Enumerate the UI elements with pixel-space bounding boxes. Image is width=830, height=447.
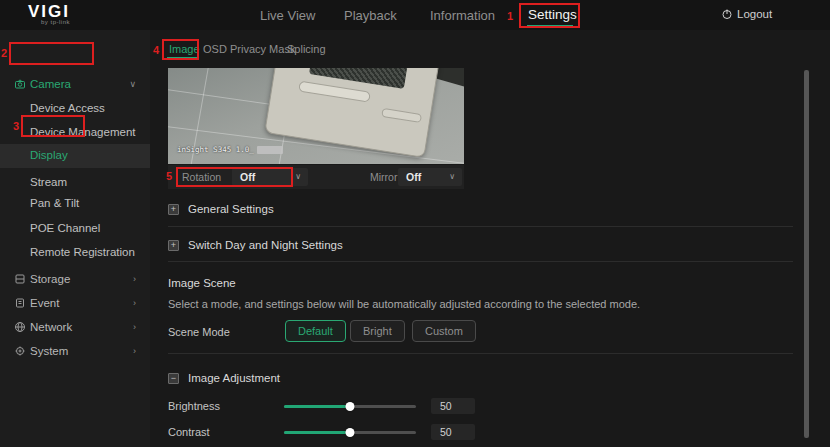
ceiling-ac-unit bbox=[264, 68, 442, 158]
sidebar-event-label: Event bbox=[30, 297, 59, 309]
scene-mode-default-button[interactable]: Default bbox=[285, 320, 346, 342]
expand-icon[interactable]: + bbox=[168, 240, 179, 251]
nav-live-view[interactable]: Live View bbox=[260, 8, 315, 23]
sidebar-item-event[interactable]: Event › bbox=[0, 292, 150, 314]
mirror-label: Mirror bbox=[370, 171, 397, 183]
storage-icon bbox=[14, 273, 26, 285]
camera-icon bbox=[14, 78, 26, 90]
image-scene-description: Select a mode, and settings below will b… bbox=[168, 298, 640, 310]
logout-button[interactable]: Logout bbox=[737, 8, 772, 20]
divider bbox=[168, 261, 793, 262]
slider-thumb[interactable] bbox=[346, 428, 355, 437]
sidebar-item-system[interactable]: System › bbox=[0, 340, 150, 362]
rotation-value: Off bbox=[240, 171, 255, 183]
main-content: Image OSD Privacy Mask Splicing inSight … bbox=[150, 30, 830, 447]
contrast-label: Contrast bbox=[168, 426, 210, 438]
collapse-icon[interactable]: − bbox=[168, 373, 179, 384]
brightness-slider[interactable] bbox=[284, 402, 416, 411]
system-gear-icon bbox=[14, 345, 26, 357]
scene-mode-label: Scene Mode bbox=[168, 326, 230, 338]
image-adjustment-section-header[interactable]: − Image Adjustment bbox=[168, 372, 280, 384]
preview-osd-text: inSight S345 1.0_ bbox=[177, 145, 283, 154]
sidebar-item-storage[interactable]: Storage › bbox=[0, 268, 150, 290]
scene-mode-bright-button[interactable]: Bright bbox=[350, 320, 405, 342]
general-settings-section-header[interactable]: + General Settings bbox=[168, 203, 274, 215]
brightness-value-field[interactable]: 50 bbox=[431, 398, 475, 414]
osd-label: inSight S345 1.0_ bbox=[177, 145, 254, 154]
annotation-number-2: 2 bbox=[1, 47, 7, 59]
logout-icon bbox=[721, 8, 733, 20]
sidebar-system-label: System bbox=[30, 345, 68, 357]
logo-text: VIGI bbox=[28, 4, 70, 19]
mirror-value: Off bbox=[406, 171, 421, 183]
sidebar-camera-label: Camera bbox=[30, 78, 71, 90]
tab-privacy-mask[interactable]: Privacy Mask bbox=[230, 43, 295, 55]
brightness-label: Brightness bbox=[168, 400, 220, 412]
general-settings-title: General Settings bbox=[188, 203, 274, 215]
sidebar-item-remote-registration[interactable]: Remote Registration bbox=[30, 246, 135, 258]
slider-fill bbox=[284, 405, 350, 408]
camera-preview: inSight S345 1.0_ bbox=[168, 68, 464, 164]
rotation-label: Rotation bbox=[182, 171, 221, 183]
sidebar-item-stream[interactable]: Stream bbox=[30, 176, 67, 188]
sidebar-display-label: Display bbox=[30, 149, 68, 161]
tab-osd[interactable]: OSD bbox=[203, 43, 227, 55]
ac-vent-slat bbox=[381, 108, 422, 123]
sidebar-item-poe-channel[interactable]: POE Channel bbox=[30, 222, 100, 234]
day-night-title: Switch Day and Night Settings bbox=[188, 239, 343, 251]
slider-fill bbox=[284, 431, 350, 434]
day-night-section-header[interactable]: + Switch Day and Night Settings bbox=[168, 239, 343, 251]
sidebar-item-device-management[interactable]: Device Management bbox=[30, 126, 135, 138]
nav-settings[interactable]: Settings bbox=[528, 7, 577, 22]
divider bbox=[168, 353, 793, 354]
event-icon bbox=[14, 297, 26, 309]
rotation-select[interactable]: Off ∨ bbox=[232, 168, 308, 186]
sidebar-item-device-access[interactable]: Device Access bbox=[30, 102, 105, 114]
tab-image[interactable]: Image bbox=[169, 43, 200, 55]
sidebar-item-pan-tilt[interactable]: Pan & Tilt bbox=[30, 197, 79, 209]
contrast-value-field[interactable]: 50 bbox=[431, 424, 475, 440]
app-window: VIGI by tp-link Live View Playback Infor… bbox=[0, 0, 830, 447]
chevron-right-icon: › bbox=[133, 298, 136, 308]
sidebar-item-camera[interactable]: Camera ∨ bbox=[0, 73, 150, 95]
preview-control-bar: Rotation Off ∨ Mirror Off ∨ bbox=[168, 165, 464, 189]
contrast-slider[interactable] bbox=[284, 428, 416, 437]
vertical-scrollbar[interactable] bbox=[804, 70, 809, 438]
chevron-down-icon: ∨ bbox=[295, 172, 301, 181]
osd-redaction bbox=[257, 146, 283, 154]
mirror-select[interactable]: Off ∨ bbox=[398, 168, 462, 186]
image-adjustment-title: Image Adjustment bbox=[188, 372, 280, 384]
divider bbox=[168, 226, 793, 227]
annotation-number-5: 5 bbox=[166, 170, 172, 182]
sidebar-item-display[interactable]: Display bbox=[0, 144, 150, 168]
annotation-number-3: 3 bbox=[13, 120, 19, 132]
nav-playback[interactable]: Playback bbox=[344, 8, 397, 23]
network-globe-icon bbox=[14, 321, 26, 333]
settings-active-underline bbox=[527, 25, 573, 27]
nav-information[interactable]: Information bbox=[430, 8, 495, 23]
scene-mode-custom-button[interactable]: Custom bbox=[412, 320, 476, 342]
top-bar: VIGI by tp-link Live View Playback Infor… bbox=[0, 0, 830, 30]
chevron-down-icon: ∨ bbox=[129, 79, 136, 89]
image-tab-active-underline bbox=[167, 57, 197, 59]
ac-vent-slat bbox=[298, 81, 371, 103]
chevron-right-icon: › bbox=[133, 346, 136, 356]
annotation-number-4: 4 bbox=[153, 44, 159, 56]
sidebar-item-network[interactable]: Network › bbox=[0, 316, 150, 338]
tab-splicing[interactable]: Splicing bbox=[287, 43, 326, 55]
sidebar-network-label: Network bbox=[30, 321, 72, 333]
chevron-right-icon: › bbox=[133, 322, 136, 332]
vigi-logo: VIGI by tp-link bbox=[28, 4, 70, 25]
slider-thumb[interactable] bbox=[346, 402, 355, 411]
chevron-down-icon: ∨ bbox=[449, 172, 455, 181]
expand-icon[interactable]: + bbox=[168, 204, 179, 215]
image-scene-title: Image Scene bbox=[168, 277, 236, 289]
chevron-right-icon: › bbox=[133, 274, 136, 284]
sidebar: Camera ∨ Device Access Device Management… bbox=[0, 30, 150, 447]
sidebar-storage-label: Storage bbox=[30, 273, 70, 285]
annotation-number-1: 1 bbox=[507, 10, 513, 22]
